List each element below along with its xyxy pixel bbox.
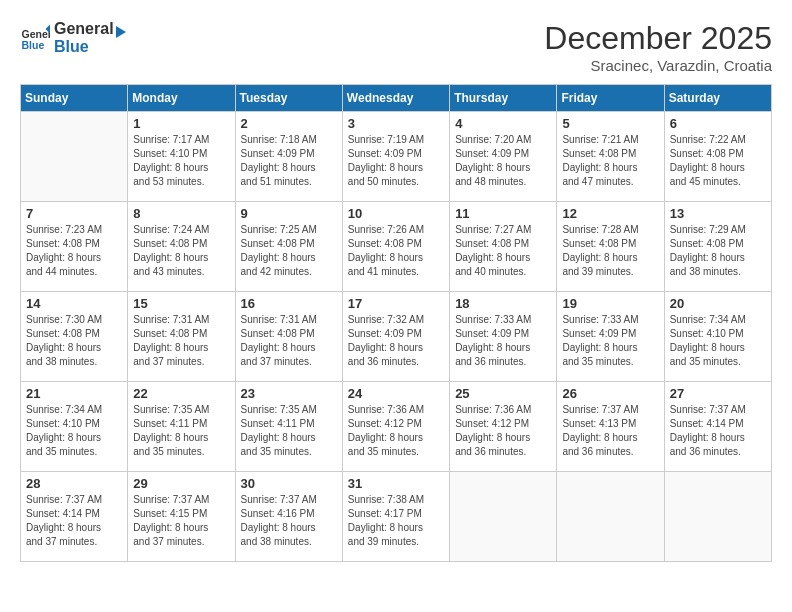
calendar-table: SundayMondayTuesdayWednesdayThursdayFrid… [20,84,772,562]
calendar-day-cell: 5Sunrise: 7:21 AM Sunset: 4:08 PM Daylig… [557,112,664,202]
day-number: 16 [241,296,337,311]
day-info: Sunrise: 7:33 AM Sunset: 4:09 PM Dayligh… [562,313,658,369]
day-number: 9 [241,206,337,221]
column-header-wednesday: Wednesday [342,85,449,112]
logo-arrow-icon [114,22,128,42]
day-info: Sunrise: 7:20 AM Sunset: 4:09 PM Dayligh… [455,133,551,189]
day-number: 13 [670,206,766,221]
month-year-title: December 2025 [544,20,772,57]
day-info: Sunrise: 7:38 AM Sunset: 4:17 PM Dayligh… [348,493,444,549]
calendar-day-cell: 26Sunrise: 7:37 AM Sunset: 4:13 PM Dayli… [557,382,664,472]
column-header-tuesday: Tuesday [235,85,342,112]
calendar-day-cell: 9Sunrise: 7:25 AM Sunset: 4:08 PM Daylig… [235,202,342,292]
day-info: Sunrise: 7:30 AM Sunset: 4:08 PM Dayligh… [26,313,122,369]
empty-cell [450,472,557,562]
calendar-day-cell: 21Sunrise: 7:34 AM Sunset: 4:10 PM Dayli… [21,382,128,472]
day-number: 10 [348,206,444,221]
day-info: Sunrise: 7:19 AM Sunset: 4:09 PM Dayligh… [348,133,444,189]
day-number: 6 [670,116,766,131]
column-header-thursday: Thursday [450,85,557,112]
day-number: 30 [241,476,337,491]
day-info: Sunrise: 7:37 AM Sunset: 4:14 PM Dayligh… [26,493,122,549]
calendar-day-cell: 7Sunrise: 7:23 AM Sunset: 4:08 PM Daylig… [21,202,128,292]
calendar-day-cell: 18Sunrise: 7:33 AM Sunset: 4:09 PM Dayli… [450,292,557,382]
day-info: Sunrise: 7:35 AM Sunset: 4:11 PM Dayligh… [241,403,337,459]
calendar-day-cell: 12Sunrise: 7:28 AM Sunset: 4:08 PM Dayli… [557,202,664,292]
day-number: 24 [348,386,444,401]
calendar-day-cell: 8Sunrise: 7:24 AM Sunset: 4:08 PM Daylig… [128,202,235,292]
calendar-day-cell: 24Sunrise: 7:36 AM Sunset: 4:12 PM Dayli… [342,382,449,472]
calendar-day-cell: 22Sunrise: 7:35 AM Sunset: 4:11 PM Dayli… [128,382,235,472]
day-info: Sunrise: 7:25 AM Sunset: 4:08 PM Dayligh… [241,223,337,279]
day-number: 31 [348,476,444,491]
calendar-week-row: 21Sunrise: 7:34 AM Sunset: 4:10 PM Dayli… [21,382,772,472]
calendar-week-row: 14Sunrise: 7:30 AM Sunset: 4:08 PM Dayli… [21,292,772,382]
day-number: 25 [455,386,551,401]
day-info: Sunrise: 7:31 AM Sunset: 4:08 PM Dayligh… [133,313,229,369]
day-info: Sunrise: 7:37 AM Sunset: 4:13 PM Dayligh… [562,403,658,459]
day-info: Sunrise: 7:35 AM Sunset: 4:11 PM Dayligh… [133,403,229,459]
calendar-day-cell: 1Sunrise: 7:17 AM Sunset: 4:10 PM Daylig… [128,112,235,202]
day-number: 12 [562,206,658,221]
day-info: Sunrise: 7:32 AM Sunset: 4:09 PM Dayligh… [348,313,444,369]
calendar-week-row: 1Sunrise: 7:17 AM Sunset: 4:10 PM Daylig… [21,112,772,202]
day-info: Sunrise: 7:24 AM Sunset: 4:08 PM Dayligh… [133,223,229,279]
day-number: 19 [562,296,658,311]
day-info: Sunrise: 7:34 AM Sunset: 4:10 PM Dayligh… [26,403,122,459]
calendar-day-cell: 4Sunrise: 7:20 AM Sunset: 4:09 PM Daylig… [450,112,557,202]
day-number: 1 [133,116,229,131]
day-number: 23 [241,386,337,401]
calendar-header-row: SundayMondayTuesdayWednesdayThursdayFrid… [21,85,772,112]
calendar-week-row: 7Sunrise: 7:23 AM Sunset: 4:08 PM Daylig… [21,202,772,292]
calendar-day-cell: 20Sunrise: 7:34 AM Sunset: 4:10 PM Dayli… [664,292,771,382]
day-number: 15 [133,296,229,311]
day-info: Sunrise: 7:17 AM Sunset: 4:10 PM Dayligh… [133,133,229,189]
day-info: Sunrise: 7:33 AM Sunset: 4:09 PM Dayligh… [455,313,551,369]
day-number: 8 [133,206,229,221]
column-header-sunday: Sunday [21,85,128,112]
column-header-friday: Friday [557,85,664,112]
calendar-day-cell: 30Sunrise: 7:37 AM Sunset: 4:16 PM Dayli… [235,472,342,562]
day-info: Sunrise: 7:29 AM Sunset: 4:08 PM Dayligh… [670,223,766,279]
title-block: December 2025 Sracinec, Varazdin, Croati… [544,20,772,74]
day-info: Sunrise: 7:37 AM Sunset: 4:14 PM Dayligh… [670,403,766,459]
calendar-day-cell: 23Sunrise: 7:35 AM Sunset: 4:11 PM Dayli… [235,382,342,472]
day-number: 18 [455,296,551,311]
day-number: 26 [562,386,658,401]
page-header: General Blue General Blue December 2025 … [20,20,772,74]
calendar-day-cell: 10Sunrise: 7:26 AM Sunset: 4:08 PM Dayli… [342,202,449,292]
day-number: 28 [26,476,122,491]
day-info: Sunrise: 7:37 AM Sunset: 4:16 PM Dayligh… [241,493,337,549]
day-number: 7 [26,206,122,221]
calendar-day-cell: 31Sunrise: 7:38 AM Sunset: 4:17 PM Dayli… [342,472,449,562]
column-header-saturday: Saturday [664,85,771,112]
location-subtitle: Sracinec, Varazdin, Croatia [544,57,772,74]
calendar-day-cell: 28Sunrise: 7:37 AM Sunset: 4:14 PM Dayli… [21,472,128,562]
empty-cell [557,472,664,562]
empty-cell [21,112,128,202]
day-number: 27 [670,386,766,401]
day-info: Sunrise: 7:27 AM Sunset: 4:08 PM Dayligh… [455,223,551,279]
day-number: 4 [455,116,551,131]
day-number: 20 [670,296,766,311]
calendar-day-cell: 14Sunrise: 7:30 AM Sunset: 4:08 PM Dayli… [21,292,128,382]
calendar-day-cell: 16Sunrise: 7:31 AM Sunset: 4:08 PM Dayli… [235,292,342,382]
calendar-day-cell: 13Sunrise: 7:29 AM Sunset: 4:08 PM Dayli… [664,202,771,292]
day-info: Sunrise: 7:18 AM Sunset: 4:09 PM Dayligh… [241,133,337,189]
day-info: Sunrise: 7:21 AM Sunset: 4:08 PM Dayligh… [562,133,658,189]
column-header-monday: Monday [128,85,235,112]
day-number: 3 [348,116,444,131]
logo-icon: General Blue [20,23,50,53]
calendar-day-cell: 25Sunrise: 7:36 AM Sunset: 4:12 PM Dayli… [450,382,557,472]
calendar-day-cell: 3Sunrise: 7:19 AM Sunset: 4:09 PM Daylig… [342,112,449,202]
day-info: Sunrise: 7:23 AM Sunset: 4:08 PM Dayligh… [26,223,122,279]
day-info: Sunrise: 7:31 AM Sunset: 4:08 PM Dayligh… [241,313,337,369]
day-number: 29 [133,476,229,491]
svg-text:Blue: Blue [22,39,45,51]
day-number: 14 [26,296,122,311]
day-info: Sunrise: 7:36 AM Sunset: 4:12 PM Dayligh… [348,403,444,459]
calendar-week-row: 28Sunrise: 7:37 AM Sunset: 4:14 PM Dayli… [21,472,772,562]
empty-cell [664,472,771,562]
day-number: 5 [562,116,658,131]
day-info: Sunrise: 7:22 AM Sunset: 4:08 PM Dayligh… [670,133,766,189]
